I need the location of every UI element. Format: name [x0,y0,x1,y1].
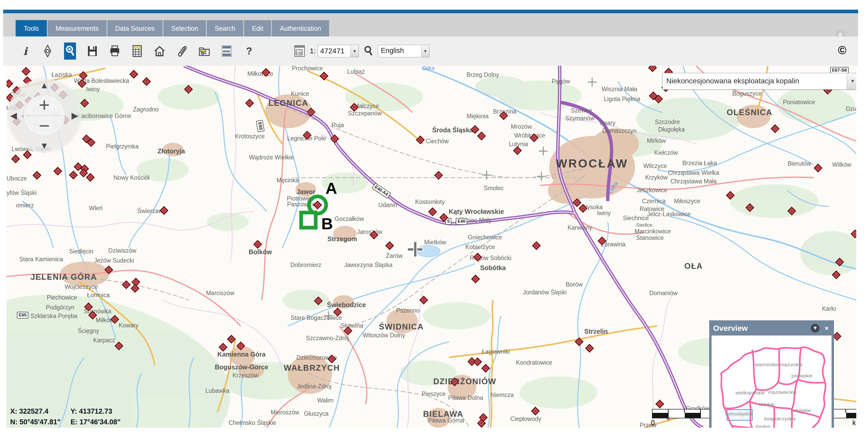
map-label: Jedlina-Zdrój [297,383,332,390]
language-dropdown-arrow[interactable]: ▾ [421,45,429,57]
position-button[interactable] [42,42,54,60]
overview-close-button[interactable]: × [822,324,831,333]
scale-group: Log 1: ▾ English ▾ [294,42,429,60]
map-label: Głuszyca [304,410,329,417]
map-label: Jaworzyna Śląska [344,262,392,269]
coord-n: N: 50°45'47.81" [10,418,70,426]
pan-down-arrow[interactable]: ▼ [40,141,49,150]
help-button[interactable]: ? [243,42,255,60]
map-label: Siedlce [636,222,652,228]
map-label: Szczodre [655,119,680,125]
tab-edit[interactable]: Edit [244,20,271,36]
coord-y: Y: 413712.73 [70,407,121,415]
map-label: Brzeg Dolny [466,71,499,79]
tab-selection[interactable]: Selection [163,20,206,36]
scale-input[interactable] [318,45,350,57]
map-label: Iwiny [86,86,100,93]
tab-search[interactable]: Search [207,20,243,36]
overview-map[interactable]: warmińsko-mazurskiepodlaskiewielkopolski… [712,335,832,428]
survey-cross-icon [482,171,491,179]
map-label: Sobótka [480,264,506,272]
map-label: Siechnice [623,215,649,222]
map-label: Marcinkowice [634,228,671,235]
map-label: Strzegom [328,235,357,243]
map-label: Borów [565,281,583,288]
map-label: Lubiąż [347,68,365,75]
map-label: Stare Bogaczowice [291,315,342,321]
layer-selector-arrow[interactable]: ▾ [847,73,856,89]
log-icon[interactable]: Log [294,45,305,57]
map-label: Kąty Wrocławskie [449,208,504,215]
scale-dropdown-arrow[interactable]: ▾ [350,45,359,57]
map-label: Boguszyce [733,90,762,97]
map-label: Chrząstawa Wielka [668,169,719,176]
map-label: Jelcz-Laskowice [647,211,690,218]
overview-header[interactable]: Overview ▼ × [710,321,834,334]
map-label: Ścięgny [78,327,99,334]
map-label: Szczepanów [348,110,382,117]
tab-tools[interactable]: Tools [16,20,47,36]
pan-left-arrow[interactable]: ◀ [10,111,17,120]
map-label: Żarów [386,253,403,260]
zoom-out-button[interactable]: − [24,118,65,134]
map-label: Kobierzyce [465,243,495,251]
overview-minimize-button[interactable]: ▼ [811,324,819,333]
map-viewport[interactable]: LEGNICAWROCŁAWOLEŚNICAJELENIA GÓRAŚWIDNI… [6,66,856,428]
overview-panel: Overview ▼ × [709,320,834,428]
scale-input-box: ▾ [318,45,359,57]
print-button[interactable] [109,42,121,60]
link-button[interactable] [176,42,188,60]
map-label: Jeżów Sudecki [94,257,134,264]
magnifier-small-icon [363,45,373,57]
floppy-icon [87,45,98,57]
annotation-square-b [299,211,317,230]
map-label: Marciszów [206,290,235,297]
home-button[interactable] [154,42,165,60]
tab-measurements[interactable]: Measurements [48,20,106,36]
save-button[interactable] [86,42,98,60]
menu-tabs: ToolsMeasurementsData SourcesSelectionSe… [16,20,330,36]
overview-region-label: mazowieckie [768,389,797,395]
coord-x: X: 322527.4 [10,407,70,415]
tab-data-sources[interactable]: Data Sources [107,20,163,36]
wmc-button[interactable]: wmc [221,42,233,60]
copyright-icon[interactable]: © [838,44,846,57]
folder-key-icon [198,45,210,57]
home-icon [154,45,165,57]
zoom-in-button[interactable]: + [24,97,65,113]
layer-selector[interactable]: Niekoncesjonowana eksploatacja kopalin ▾ [662,73,856,90]
toolbar: i [3,36,858,66]
coordinate-readout: X: 322527.4 Y: 413712.73 N: 50°45'47.81"… [10,407,121,426]
zoom-to-scale-button[interactable] [362,42,374,60]
map-label: Łomnica [87,292,110,299]
session-button[interactable] [198,42,210,60]
overview-region-label: łódzkie [759,402,774,407]
map-label: Ciepłowody [510,415,541,422]
overview-extent-box[interactable] [727,409,753,421]
map-label: Ubocze [6,175,27,182]
map-label: Chełmsko Śląskie [229,419,276,427]
map-label: Karwiany [568,224,592,231]
map-label: Odra [422,66,435,71]
map-label: Goczałków [335,215,364,223]
map-label: Ciechów [426,138,449,145]
tab-authentication[interactable]: Authentication [272,20,329,36]
overview-region-label: śląskie [755,424,770,428]
map-label: Kunice [291,90,309,97]
map-label: Boguszów-Gorce [215,363,268,371]
zoom-tool-button[interactable] [64,42,76,60]
map-label: DZIERŻONIÓW [433,377,496,386]
map-label: ŚWIDNICA [379,322,424,332]
help-icon: ? [246,46,252,57]
map-label: Męcinka [276,177,299,184]
table-button[interactable] [131,42,143,60]
map-label: Świebodzice [327,301,366,309]
info-button[interactable]: i [19,42,31,60]
map-label: Szymanów [565,115,594,122]
pan-up-arrow[interactable]: ▲ [40,81,49,90]
map-label: Stara Kamienica [19,256,63,263]
language-select[interactable]: English ▾ [378,45,429,57]
map-label: Kostomłoty [415,199,445,206]
pan-right-arrow[interactable]: ▶ [71,111,78,120]
map-label: Dzia [846,106,856,113]
